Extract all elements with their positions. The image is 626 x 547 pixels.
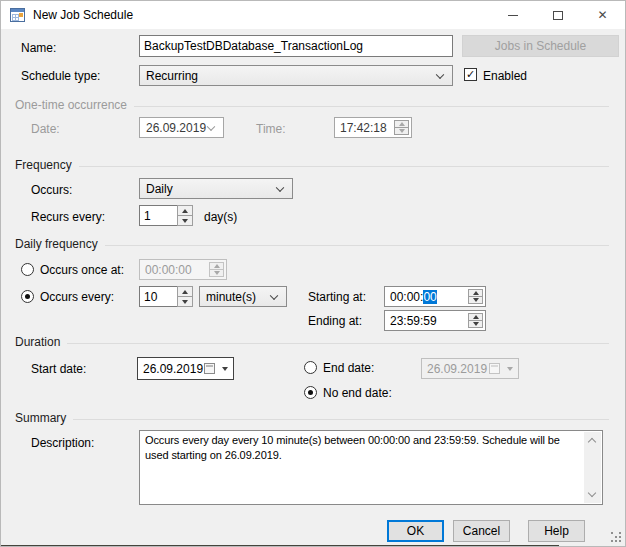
name-label: Name: (21, 41, 56, 55)
time-value: 17:42:18 (340, 121, 387, 135)
schedule-type-label: Schedule type: (21, 69, 100, 83)
one-time-occurrence-group-header: One-time occurrence (15, 98, 609, 112)
jobs-in-schedule-button[interactable]: Jobs in Schedule (462, 35, 619, 57)
start-date-picker[interactable]: 26.09.2019 (137, 357, 234, 380)
daily-frequency-group-header: Daily frequency (15, 237, 609, 251)
starting-at-value: 00:00: (390, 290, 423, 304)
end-date-value: 26.09.2019 (427, 362, 487, 376)
enabled-label: Enabled (483, 69, 527, 83)
frequency-group-header: Frequency (15, 158, 609, 172)
arrow-up-icon (182, 290, 188, 294)
end-date-radio[interactable] (304, 361, 317, 374)
time-label: Time: (256, 122, 286, 136)
end-date-label: End date: (323, 361, 374, 375)
group-title: One-time occurrence (15, 98, 127, 112)
stepper-down-button[interactable] (177, 216, 193, 226)
group-title: Summary (15, 411, 66, 425)
starting-at-time-spinner[interactable]: 00:00:00 (384, 286, 486, 307)
titlebar: New Job Schedule (1, 1, 625, 29)
chevron-down-icon[interactable] (588, 489, 596, 497)
summary-group-header: Summary (15, 411, 609, 425)
arrow-down-icon (214, 271, 220, 275)
calendar-schedule-icon (10, 8, 25, 22)
chevron-down-icon (436, 70, 444, 78)
arrow-up-icon (399, 122, 405, 126)
occurs-once-value: 00:00:00 (145, 263, 192, 277)
ending-at-time-spinner[interactable]: 23:59:59 (384, 310, 486, 331)
maximize-icon (553, 11, 563, 20)
arrow-down-icon (399, 129, 405, 133)
window-title: New Job Schedule (33, 1, 133, 29)
name-input[interactable] (139, 35, 453, 57)
description-textarea[interactable]: Occurs every day every 10 minute(s) betw… (139, 430, 603, 505)
description-scrollbar[interactable] (584, 432, 601, 503)
occurs-once-radio[interactable] (21, 263, 34, 276)
recurs-every-value: 1 (139, 205, 177, 226)
start-date-label: Start date: (31, 362, 86, 376)
group-title: Frequency (15, 158, 72, 172)
schedule-type-value: Recurring (146, 69, 198, 83)
occurs-label: Occurs: (31, 183, 72, 197)
dropdown-arrow-icon (507, 367, 513, 371)
cancel-button[interactable]: Cancel (453, 520, 510, 542)
maximize-button[interactable] (535, 1, 580, 29)
group-title: Duration (15, 335, 60, 349)
group-title: Daily frequency (15, 237, 98, 251)
arrow-up-icon (182, 209, 188, 213)
chevron-down-icon (270, 291, 278, 299)
end-date-picker[interactable]: 26.09.2019 (421, 358, 519, 379)
start-date-value: 26.09.2019 (143, 362, 203, 376)
no-end-date-label: No end date: (323, 386, 392, 400)
calendar-icon (489, 363, 500, 374)
arrow-down-icon (473, 322, 479, 326)
schedule-type-select[interactable]: Recurring (139, 65, 453, 86)
date-select[interactable]: 26.09.2019 (139, 117, 224, 138)
resize-grip-icon[interactable] (611, 532, 621, 542)
occurs-value: Daily (146, 182, 173, 196)
arrow-up-icon (473, 291, 479, 295)
chevron-down-icon (276, 183, 284, 191)
arrow-down-icon (473, 298, 479, 302)
chevron-up-icon[interactable] (588, 438, 596, 446)
description-label: Description: (31, 436, 94, 450)
arrow-up-icon (473, 315, 479, 319)
close-button[interactable] (580, 1, 625, 29)
dropdown-arrow-icon (222, 367, 228, 371)
duration-group-header: Duration (15, 335, 609, 349)
occurs-every-label: Occurs every: (40, 290, 114, 304)
ending-at-label: Ending at: (308, 314, 362, 328)
recurs-every-stepper[interactable]: 1 (139, 205, 193, 226)
arrow-up-icon (214, 264, 220, 268)
days-unit-label: day(s) (204, 210, 237, 224)
occurs-every-radio[interactable] (21, 290, 34, 303)
date-label: Date: (31, 122, 60, 136)
occurs-select[interactable]: Daily (139, 178, 293, 199)
enabled-checkbox[interactable] (464, 68, 477, 81)
stepper-up-button[interactable] (177, 205, 193, 216)
date-value: 26.09.2019 (146, 121, 206, 135)
stepper-up-button[interactable] (177, 286, 193, 297)
occurs-every-value: 10 (139, 286, 177, 307)
chevron-down-icon (207, 122, 215, 130)
no-end-date-radio[interactable] (304, 386, 317, 399)
arrow-down-icon (182, 300, 188, 304)
recurs-every-label: Recurs every: (31, 210, 105, 224)
minimize-button[interactable] (490, 1, 535, 29)
occurs-once-label: Occurs once at: (40, 263, 124, 277)
calendar-icon (204, 363, 215, 374)
help-button[interactable]: Help (528, 520, 585, 542)
starting-at-label: Starting at: (308, 290, 366, 304)
arrow-down-icon (182, 219, 188, 223)
ok-button[interactable]: OK (387, 520, 444, 542)
time-spinner[interactable]: 17:42:18 (334, 117, 412, 138)
stepper-down-button[interactable] (177, 297, 193, 307)
description-text: Occurs every day every 10 minute(s) betw… (145, 433, 580, 463)
ending-at-value: 23:59:59 (390, 314, 437, 328)
occurs-once-time-spinner[interactable]: 00:00:00 (139, 259, 227, 280)
minutes-unit-value: minute(s) (206, 290, 256, 304)
minutes-unit-select[interactable]: minute(s) (199, 286, 287, 307)
occurs-every-stepper[interactable]: 10 (139, 286, 193, 307)
minimize-icon (508, 15, 518, 16)
starting-at-selected-segment: 00 (423, 290, 436, 304)
new-job-schedule-dialog: New Job Schedule Name: Jobs in Schedule … (0, 0, 626, 547)
